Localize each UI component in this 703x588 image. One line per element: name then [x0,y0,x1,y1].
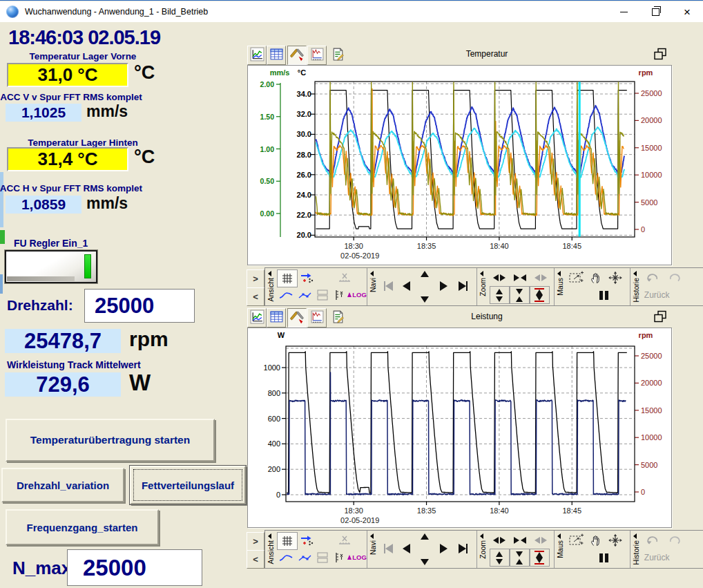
collapse-icon[interactable] [370,271,374,276]
navi-last-icon[interactable] [456,279,471,293]
redo-icon[interactable] [665,533,684,548]
minimize-button[interactable] [608,1,639,22]
log-scale-icon[interactable]: LOG [347,286,367,303]
navi-right-icon[interactable] [438,542,450,556]
undo-icon[interactable] [643,533,662,548]
navi-first-icon[interactable] [381,279,396,293]
mouse-pan-icon[interactable] [588,533,604,548]
mouse-move-icon[interactable] [607,533,624,548]
collapse-icon[interactable] [480,271,483,276]
navi-updown-icons[interactable] [418,271,431,303]
scroll-right-button[interactable]: > [247,532,264,551]
zoom-y-collapse-icon[interactable] [510,549,530,567]
fettverteilungslauf-button[interactable]: Fettverteilungslauf [130,466,246,504]
collapse-icon[interactable] [633,533,637,539]
mouse-select-icon[interactable] [567,270,585,285]
navi-updown-icons[interactable] [418,533,431,565]
zoom-y-expand-icon[interactable] [490,549,510,567]
collapse-icon[interactable] [370,533,374,539]
line-style-icon[interactable] [277,550,295,565]
switch-shading [7,276,75,281]
line-points-style-icon[interactable] [296,550,314,565]
table-view-button[interactable] [267,308,286,328]
leistung-chart-panel[interactable]: W10008006004002000rpm2500020000150001000… [247,328,672,528]
collapse-icon[interactable] [633,271,637,276]
collapse-icon[interactable] [557,271,561,276]
settings-tools-button[interactable] [287,46,307,65]
maximize-button[interactable] [639,1,671,22]
series-leistung-soll [287,352,627,493]
zoom-x-disabled-icon[interactable] [531,271,550,285]
zoom-y-fit-icon[interactable] [530,286,550,304]
zoom-y-expand-icon[interactable] [490,286,510,304]
chart-toolbar: ><AnsichtLOGNaviZoomMausHistorieZurück [245,530,703,569]
svg-text:1.50: 1.50 [260,113,275,121]
collapse-icon[interactable] [480,533,483,539]
line-style-icon[interactable] [277,287,295,303]
annotations-button[interactable] [328,308,347,328]
mouse-pan-icon[interactable] [588,270,604,285]
navi-left-icon[interactable] [401,279,413,293]
svg-text:5000: 5000 [641,198,657,207]
split-plot-icon[interactable] [314,550,331,565]
navi-last-icon[interactable] [456,542,471,556]
leistung-plot-svg[interactable]: W10008006004002000rpm2500020000150001000… [248,328,670,526]
scroll-left-button[interactable]: < [247,550,264,569]
fu-regler-switch[interactable] [5,250,97,283]
grid-toggle-icon[interactable] [277,532,298,550]
cascade-windows-icon[interactable] [653,48,668,61]
collapse-icon[interactable] [557,533,561,539]
undo-icon[interactable] [643,270,662,285]
zoom-y-fit-icon[interactable] [530,549,550,567]
zoom-x-expand-icon[interactable] [490,271,509,285]
svg-text:5000: 5000 [641,461,657,469]
zoom-x-collapse-icon[interactable] [510,533,530,547]
svg-text:15000: 15000 [641,406,662,415]
zoom-y-collapse-icon[interactable] [510,286,530,304]
temperatur-chart-panel[interactable]: mm/s2.001.501.000.500.00°C34.032.030.028… [247,65,672,265]
svg-text:20.0: 20.0 [297,231,311,239]
zoom-x-collapse-icon[interactable] [510,271,530,285]
cascade-windows-icon[interactable] [653,310,668,323]
grid-toggle-icon[interactable] [277,269,298,287]
pause-icon[interactable] [596,550,613,565]
scale-settings-button[interactable] [307,46,327,65]
mouse-select-icon[interactable] [567,533,585,548]
annotations-button[interactable] [328,46,347,65]
scroll-left-button[interactable]: < [247,287,264,306]
collapse-icon[interactable] [268,271,271,276]
zoom-x-expand-icon[interactable] [490,533,509,547]
points-style-icon[interactable] [297,269,316,286]
close-button[interactable]: × [671,1,703,22]
temperaturuebertragung-button[interactable]: Temperaturübertragung starten [6,419,215,462]
navi-first-icon[interactable] [381,542,396,556]
split-plot-icon[interactable] [314,287,331,303]
x-axis-disabled-icon[interactable] [336,270,354,285]
pause-icon[interactable] [596,287,613,303]
graph-type-button[interactable] [247,308,267,328]
scale-settings-button[interactable] [307,308,327,328]
frequenzgang-button[interactable]: Frequenzgang_starten [6,509,159,545]
line-points-style-icon[interactable] [296,287,314,303]
y-scale-icon[interactable] [331,287,347,303]
temperatur-plot-svg[interactable]: mm/s2.001.501.000.500.00°C34.032.030.028… [248,66,670,263]
settings-tools-button[interactable] [287,308,307,328]
y-scale-icon[interactable] [331,550,347,565]
drehzahl-input[interactable] [84,289,195,323]
navi-left-icon[interactable] [401,542,413,556]
settings-tools-icon [290,310,305,327]
drehzahl-variation-button[interactable]: Drehzahl_variation [1,468,124,502]
log-scale-icon[interactable]: LOG [347,549,367,565]
graph-type-button[interactable] [247,46,267,65]
zoom-x-disabled-icon[interactable] [531,533,550,547]
mouse-move-icon[interactable] [607,270,624,285]
navi-right-icon[interactable] [438,279,450,293]
log-label: LOG [352,291,367,298]
redo-icon[interactable] [665,270,684,285]
n-max-input[interactable] [67,549,202,586]
points-style-icon[interactable] [297,532,316,549]
scroll-right-button[interactable]: > [247,269,264,288]
table-view-button[interactable] [267,46,286,65]
x-axis-disabled-icon[interactable] [336,533,354,548]
collapse-icon[interactable] [268,533,271,539]
